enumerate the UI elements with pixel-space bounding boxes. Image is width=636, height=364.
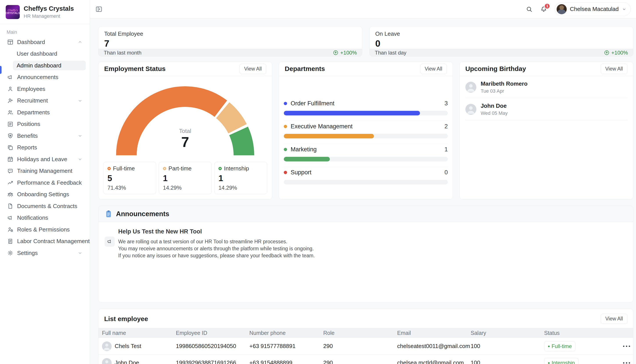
- sidebar-item-label: Recruitment: [17, 97, 74, 104]
- department-row: Marketing 1: [284, 144, 448, 167]
- receipt-icon: [7, 238, 14, 245]
- chat-icon: [7, 168, 14, 174]
- sidebar-item-label: Settings: [17, 250, 74, 256]
- employee-email: chelseatest0011@gmail.com: [397, 343, 471, 350]
- sidebar-item-user-dashboard[interactable]: User dashboard: [13, 49, 86, 59]
- employee-phone: +63 91577788891: [249, 343, 323, 350]
- department-count: 1: [445, 146, 448, 153]
- announcement-item[interactable]: Help Us Test the New HR Tool We are roll…: [118, 228, 315, 302]
- gauge-segment-part-time: [223, 110, 238, 129]
- shield-star-icon: [7, 132, 14, 139]
- birthday-date: Wed 05 May: [481, 110, 508, 116]
- gear-icon: [7, 250, 14, 256]
- arrow-up-circle-icon: [604, 50, 610, 56]
- legend-label: Internship: [224, 165, 249, 172]
- department-bar-track: [284, 180, 448, 184]
- view-all-button[interactable]: View All: [420, 64, 447, 74]
- stat-value: 0: [375, 38, 627, 49]
- user-name: Chelsea Macatulad: [570, 6, 619, 12]
- department-count: 3: [445, 100, 448, 107]
- view-all-button[interactable]: View All: [601, 314, 627, 324]
- stat-delta: +100%: [333, 50, 357, 56]
- legend-label: Full-time: [113, 165, 135, 172]
- sidebar-item-training-management[interactable]: Training Management: [4, 166, 86, 176]
- full-time-ring-icon: [107, 167, 111, 170]
- department-row: Executive Management 2: [284, 121, 448, 144]
- sidebar-item-label: Onboarding Settings: [17, 191, 83, 198]
- sidebar-item-documents-contracts[interactable]: Documents & Contracts: [4, 201, 86, 211]
- sidebar-item-announcements[interactable]: Announcements: [4, 72, 86, 82]
- view-all-button[interactable]: View All: [601, 64, 627, 74]
- sidebar-item-departments[interactable]: Departments: [4, 108, 86, 117]
- copy-icon: [7, 144, 14, 151]
- sidebar-item-label: Benefits: [17, 132, 74, 139]
- departments-bar-chart: Order Fulfillment 3 Executive Management…: [279, 76, 453, 190]
- chevron-down-icon: [77, 133, 83, 138]
- sidebar-item-label: Performance & Feedback: [17, 179, 83, 186]
- birthday-name: John Doe: [481, 102, 508, 109]
- column-header-number-phone: Number phone: [249, 330, 323, 336]
- company-name: Cheffys Crystals: [24, 5, 74, 12]
- card-title: Departments: [285, 65, 325, 72]
- user-avatar: [557, 4, 567, 14]
- birthday-list-item: Maribeth Romero Tue 03 Apr: [465, 76, 627, 98]
- sidebar-item-reports[interactable]: Reports: [4, 143, 86, 152]
- department-bar-track: [284, 134, 448, 138]
- sidebar-item-recruitment[interactable]: Recruitment: [4, 96, 86, 106]
- topbar-actions: 1 Chelsea Macatulad: [526, 2, 631, 16]
- chevron-down-icon: [77, 250, 83, 256]
- sidebar-section-label: Main: [7, 29, 90, 35]
- avatar: [465, 104, 476, 115]
- department-bar-fill: [284, 134, 374, 138]
- company-subtitle: HR Management: [24, 13, 74, 19]
- department-label: Executive Management: [291, 123, 441, 130]
- announcement-item-title: Help Us Test the New HR Tool: [118, 228, 315, 235]
- sidebar-item-onboarding-settings[interactable]: Onboarding Settings: [4, 190, 86, 199]
- row-actions-ellipsis-button[interactable]: [622, 344, 631, 349]
- sidebar-item-dashboard[interactable]: Dashboard: [4, 37, 86, 47]
- department-row: Support 0: [284, 167, 448, 190]
- row-actions-ellipsis-button[interactable]: [622, 360, 631, 364]
- sidebar-item-admin-dashboard[interactable]: Admin dashboard: [13, 61, 86, 70]
- user-menu[interactable]: Chelsea Macatulad: [555, 2, 631, 16]
- employee-list-title: List employee: [104, 315, 148, 322]
- employment-status-card: Employment Status View All Total 7: [98, 62, 272, 200]
- sidebar-item-holidays-leave[interactable]: Holidays and Leave: [4, 154, 86, 164]
- stats-row: Total Employee 7 Than last month +100% O…: [98, 26, 633, 56]
- stat-card-total-employee: Total Employee 7 Than last month +100%: [98, 26, 362, 56]
- sidebar-item-labor-contract-management[interactable]: Labor Contract Management: [4, 236, 86, 246]
- stat-card-on-leave: On Leave 0 Than last day +100%: [369, 26, 633, 56]
- sidebar-item-roles-permissions[interactable]: Roles & Permissions: [4, 225, 86, 234]
- sidebar-item-label: Labor Contract Management: [17, 238, 90, 245]
- sidebar: Cheffy's CRYSTALS Cheffys Crystals HR Ma…: [0, 0, 90, 364]
- column-header-role: Role: [323, 330, 397, 336]
- user-icon: [7, 86, 14, 92]
- sidebar-item-notifications[interactable]: Notifications: [4, 213, 86, 223]
- sidebar-toggle-button[interactable]: [95, 6, 103, 13]
- sidebar-item-label: Training Management: [17, 168, 83, 174]
- department-count: 0: [445, 169, 448, 176]
- legend-box-part-time: Part-time 1 14.29%: [159, 162, 212, 194]
- status-label: Full-time: [552, 343, 572, 349]
- stat-delta: +100%: [604, 50, 628, 56]
- sidebar-item-benefits[interactable]: Benefits: [4, 131, 86, 140]
- status-badge: Internship: [544, 358, 578, 364]
- sidebar-item-performance-feedback[interactable]: Performance & Feedback: [4, 178, 86, 188]
- sidebar-item-positions[interactable]: Positions: [4, 119, 86, 129]
- department-count: 2: [445, 123, 448, 130]
- avatar: [102, 358, 112, 364]
- search-icon[interactable]: [526, 6, 533, 13]
- sidebar-item-label: Admin dashboard: [17, 62, 61, 69]
- employee-id: 1998605860520194050: [176, 343, 249, 350]
- sidebar-item-settings[interactable]: Settings: [4, 248, 86, 258]
- main-content: Total Employee 7 Than last month +100% O…: [90, 18, 636, 364]
- arrow-up-circle-icon: [333, 50, 339, 56]
- status-badge: Full-time: [544, 341, 575, 351]
- notifications-bell-button[interactable]: 1: [540, 6, 547, 13]
- legend-box-full-time: Full-time 5 71.43%: [103, 162, 156, 194]
- employment-gauge-chart: Total 7: [98, 76, 272, 158]
- sidebar-item-employees[interactable]: Employees: [4, 84, 86, 94]
- stat-delta-value: +100%: [340, 50, 357, 56]
- employee-role: 290: [323, 360, 397, 364]
- view-all-button[interactable]: View All: [240, 64, 266, 74]
